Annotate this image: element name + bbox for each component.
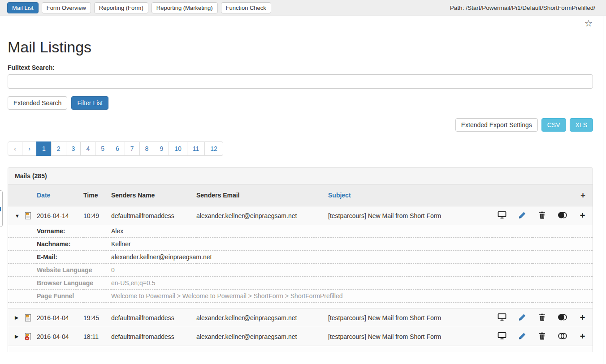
trash-icon [539,211,545,219]
header-senders-email: Senders Email [196,184,328,206]
preview-button[interactable] [492,327,512,346]
cell-subject: [testparcours] New Mail from Short Form [328,308,492,327]
trash-icon [539,313,545,321]
header-date[interactable]: Date [37,184,83,206]
mail-record-icon [24,212,32,220]
cell-senders-name: defaultmailfromaddess [111,327,196,346]
plus-icon: + [580,210,585,220]
detail-row: Vorname: Alex [8,225,593,238]
cell-time: 18:11 [83,327,111,346]
pencil-icon [519,211,526,219]
docheader-row: ☆ [0,16,606,28]
pencil-icon [519,332,526,340]
search-input[interactable] [8,74,593,89]
edit-button[interactable] [512,206,532,225]
monitor-icon [498,332,506,340]
mail-record-hidden-icon [24,333,32,341]
detail-value: Welcome to Powermail > Welcome to Powerm… [111,290,593,303]
detail-row: E-Mail: alexander.kellner@einpraegsam.ne… [8,251,593,264]
detail-label: Page Funnel [37,290,111,303]
caret-right-icon[interactable]: ▶ [15,315,20,321]
hide-toggle-button[interactable] [552,206,572,225]
detail-value: 0 [111,264,593,277]
detail-value: alexander.kellner@einpraegsam.net [111,251,593,264]
caret-right-icon[interactable]: ▶ [15,334,20,339]
tab-form-overview[interactable]: Form Overview [42,2,91,13]
unhide-toggle-button[interactable] [552,327,572,346]
cell-subject: [testparcours] New Mail from Short Form [328,206,492,225]
header-caret-col [8,184,37,206]
preview-button[interactable] [492,308,512,327]
detail-label: Vorname: [37,225,111,238]
pagination-page-4[interactable]: 4 [80,141,95,156]
mails-panel: Mails (285) Date Time Senders Name Sende… [8,167,593,352]
bookmark-star-icon[interactable]: ☆ [584,19,593,28]
table-row: ▶ 2016-04-04 18:11 defaultmailfromaddess… [8,327,593,346]
csv-export-button[interactable]: CSV [541,118,566,132]
toggle-on-icon [558,313,567,321]
sidebar-collapse-handle[interactable] [0,190,3,227]
extended-export-settings-button[interactable]: Extended Export Settings [455,118,538,132]
scrollbar-track[interactable] [603,16,603,364]
search-actions: Extended Search Filter List [8,96,593,110]
detail-label: Browser Language [37,277,111,290]
header-subject[interactable]: Subject [328,184,492,206]
detail-row: Website Language 0 [8,264,593,277]
mails-table: Date Time Senders Name Senders Email Sub… [8,184,593,352]
delete-button[interactable] [532,327,553,346]
table-header-row: Date Time Senders Name Senders Email Sub… [8,184,593,206]
delete-button[interactable] [532,206,553,225]
header-senders-name: Senders Name [111,184,196,206]
pagination-page-2[interactable]: 2 [51,141,66,156]
detail-row: Page Funnel Welcome to Powermail > Welco… [8,290,593,303]
cell-subject: [testparcours] New Mail from Short Form [328,327,492,346]
add-button[interactable]: + [572,327,593,346]
monitor-icon [498,313,506,321]
pagination-page-5[interactable]: 5 [95,141,110,156]
pagination-page-3[interactable]: 3 [66,141,81,156]
fulltext-search-label: Fulltext Search: [8,64,593,71]
pagination-prev-icon[interactable]: ‹ [8,141,22,156]
delete-button[interactable] [532,308,553,327]
pagination-page-9[interactable]: 9 [154,141,169,156]
detail-value: en-US,en;q=0.5 [111,277,593,290]
pagination-page-11[interactable]: 11 [187,141,205,156]
cell-date: 2016-04-04 [37,327,83,346]
pagination-page-10[interactable]: 10 [169,141,187,156]
pagination-page-12[interactable]: 12 [204,141,223,156]
pagination-page-7[interactable]: 7 [125,141,140,156]
tab-reporting-form[interactable]: Reporting (Form) [94,2,148,13]
hide-toggle-button[interactable] [552,308,572,327]
detail-label: Nachname: [37,238,111,251]
pagination: ‹ › 1 2 3 4 5 6 7 8 9 10 11 12 [8,141,223,156]
edit-button[interactable] [512,308,532,327]
pagination-page-6[interactable]: 6 [110,141,125,156]
edit-button[interactable] [512,327,532,346]
preview-button[interactable] [492,206,512,225]
cell-time: 10:49 [83,206,111,225]
tab-function-check[interactable]: Function Check [221,2,271,13]
sidebar-handle-nub [0,207,1,211]
caret-down-icon[interactable]: ▼ [15,213,20,218]
main-content: Mail Listings Fulltext Search: Extended … [8,39,593,352]
cell-senders-name: defaultmailfromaddess [111,206,196,225]
table-row: ▼ 2016-04-14 10:49 defaultmailfromaddess… [8,206,593,225]
header-add-icon[interactable]: + [492,184,593,206]
cell-time: 19:45 [83,308,111,327]
pagination-page-8[interactable]: 8 [139,141,155,156]
monitor-icon [498,211,506,219]
table-bottom-spacer [8,346,593,352]
add-button[interactable]: + [572,308,593,327]
xls-export-button[interactable]: XLS [570,118,593,132]
tab-reporting-marketing[interactable]: Reporting (Marketing) [152,2,218,13]
cell-date: 2016-04-14 [37,206,83,225]
tab-mail-list[interactable]: Mail List [7,2,39,13]
add-button[interactable]: + [572,206,593,225]
pagination-page-1[interactable]: 1 [36,141,52,156]
breadcrumb-path: Path: /Start/Powermail/Pi1/Default/Short… [450,4,602,11]
filter-list-button[interactable]: Filter List [71,96,108,110]
pagination-next-icon[interactable]: › [22,141,37,156]
extended-search-button[interactable]: Extended Search [8,96,67,110]
detail-spacer [8,303,593,308]
table-row: ▶ 2016-04-04 19:45 defaultmailfromaddess… [8,308,593,327]
